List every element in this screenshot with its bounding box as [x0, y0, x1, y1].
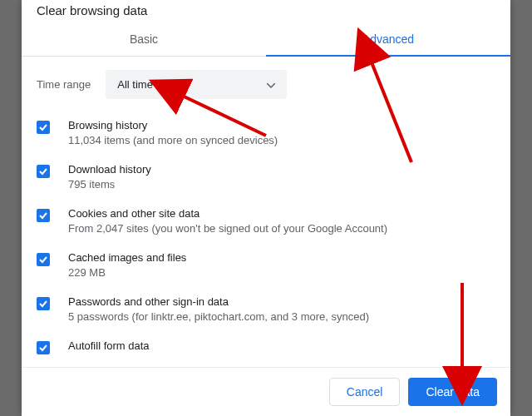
- time-range-value: All time: [117, 78, 153, 91]
- chevron-down-icon: [267, 78, 275, 91]
- check-icon: [38, 299, 48, 309]
- time-range-label: Time range: [37, 78, 91, 91]
- item-title: Cookies and other site data: [68, 207, 495, 220]
- item-title: Autofill form data: [68, 339, 495, 352]
- item-title: Cached images and files: [68, 251, 495, 264]
- item-title: Download history: [68, 163, 495, 176]
- item-title: Passwords and other sign-in data: [68, 295, 495, 308]
- dialog-body: Time range All time Browsing history 11,…: [22, 57, 510, 367]
- check-icon: [38, 166, 48, 176]
- list-item: Cached images and files 229 MB: [37, 251, 495, 279]
- tab-advanced[interactable]: Advanced: [266, 24, 510, 56]
- list-item: Cookies and other site data From 2,047 s…: [37, 207, 495, 235]
- check-icon: [38, 343, 48, 353]
- list-item: Passwords and other sign-in data 5 passw…: [37, 295, 495, 323]
- check-icon: [38, 122, 48, 132]
- clear-browsing-data-dialog: Clear browsing data Basic Advanced Time …: [22, 0, 510, 416]
- checkbox-cache[interactable]: [37, 253, 50, 266]
- cancel-button[interactable]: Cancel: [329, 378, 401, 406]
- list-item: Browsing history 11,034 items (and more …: [37, 119, 495, 146]
- item-sub: 795 items: [68, 178, 495, 191]
- dialog-title: Clear browsing data: [22, 0, 510, 24]
- clear-data-button[interactable]: Clear data: [408, 378, 497, 406]
- item-sub: From 2,047 sites (you won't be signed ou…: [68, 222, 495, 235]
- tab-bar: Basic Advanced: [22, 24, 510, 57]
- item-title: Browsing history: [68, 119, 495, 131]
- checkbox-autofill[interactable]: [37, 341, 50, 354]
- checkbox-passwords[interactable]: [37, 297, 50, 310]
- checkbox-download-history[interactable]: [37, 165, 50, 178]
- item-sub: 5 passwords (for linktr.ee, piktochart.c…: [68, 310, 495, 323]
- tab-basic[interactable]: Basic: [22, 24, 266, 56]
- time-range-select[interactable]: All time: [106, 70, 287, 99]
- item-sub: 11,034 items (and more on synced devices…: [68, 134, 495, 146]
- checkbox-browsing-history[interactable]: [37, 121, 50, 134]
- time-range-row: Time range All time: [37, 70, 495, 99]
- list-item: Autofill form data: [37, 339, 495, 354]
- item-sub: 229 MB: [68, 266, 495, 279]
- list-item: Download history 795 items: [37, 163, 495, 191]
- check-icon: [38, 210, 48, 220]
- dialog-footer: Cancel Clear data: [22, 367, 510, 416]
- check-icon: [38, 255, 48, 265]
- checkbox-cookies[interactable]: [37, 209, 50, 222]
